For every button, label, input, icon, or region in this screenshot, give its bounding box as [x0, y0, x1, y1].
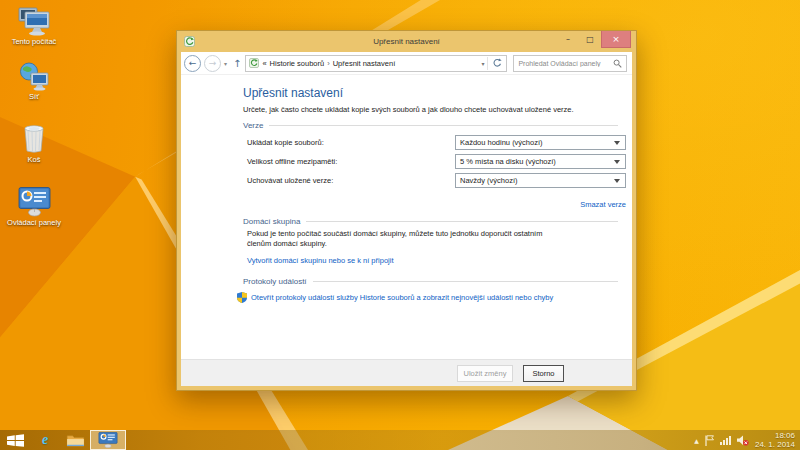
chevron-down-icon [614, 179, 620, 183]
address-bar[interactable]: « Historie souborů › Upřesnit nastavení … [245, 55, 507, 72]
forward-button[interactable]: → [204, 55, 221, 72]
recent-pages-dropdown-icon[interactable]: ▾ [224, 60, 227, 67]
system-tray: ▲ 18:06 24. 1. 2014 [694, 431, 800, 449]
desktop-icon-this-pc[interactable]: Tento počítač [6, 5, 62, 47]
section-versions: Verze [243, 121, 618, 130]
network-icon [6, 60, 62, 91]
setting-row: Velikost offline mezipaměti: 5 % místa n… [243, 152, 626, 171]
offline-cache-select[interactable]: 5 % místa na disku (výchozí) [455, 154, 626, 169]
address-location-icon [249, 58, 259, 68]
setting-label: Ukládat kopie souborů: [243, 138, 455, 147]
desktop-icon-label: Koš [6, 156, 62, 165]
cancel-button[interactable]: Storno [523, 365, 564, 382]
breadcrumb-parent[interactable]: Historie souborů [270, 59, 325, 68]
desktop-icon-recycle-bin[interactable]: Koš [6, 123, 62, 165]
desktop-icon-label: Síť [6, 93, 62, 102]
page-title: Upřesnit nastavení [243, 86, 626, 100]
section-homegroup: Domácí skupina [243, 217, 618, 226]
section-event-logs: Protokoly událostí [243, 277, 618, 286]
create-homegroup-link[interactable]: Vytvořit domácí skupinu nebo se k ní při… [247, 256, 393, 265]
windows-logo-icon [7, 434, 24, 447]
back-button[interactable]: ← [184, 55, 201, 72]
taskbar-clock[interactable]: 18:06 24. 1. 2014 [755, 431, 795, 449]
section-title: Verze [243, 121, 263, 130]
control-panel-icon [98, 432, 118, 448]
save-frequency-select[interactable]: Každou hodinu (výchozí) [455, 135, 626, 150]
desktop-icon-network[interactable]: Síť [6, 60, 62, 102]
close-button[interactable]: × [601, 31, 631, 48]
settings-page: Upřesnit nastavení Určete, jak často chc… [181, 75, 632, 359]
address-dropdown-icon[interactable]: ▾ [478, 60, 487, 67]
recycle-bin-icon [6, 123, 62, 154]
search-icon[interactable] [609, 59, 626, 68]
minimize-button[interactable]: – [557, 31, 579, 48]
setting-row: Uchovávat uložené verze: Navždy (výchozí… [243, 171, 626, 190]
shield-icon [237, 292, 247, 303]
save-changes-button[interactable]: Uložit změny [457, 365, 513, 382]
clock-time: 18:06 [755, 431, 795, 440]
setting-label: Uchovávat uložené verze: [243, 176, 455, 185]
setting-label: Velikost offline mezipaměti: [243, 157, 455, 166]
start-button[interactable] [0, 430, 30, 450]
clock-date: 24. 1. 2014 [755, 440, 795, 449]
homegroup-description: Pokud je tento počítač součástí domácí s… [247, 229, 553, 248]
event-log-row: Otevřít protokoly událostí služby Histor… [237, 292, 626, 303]
breadcrumb-prefix[interactable]: « [262, 59, 266, 68]
taskbar-item-file-explorer[interactable] [60, 430, 90, 450]
show-hidden-icons-icon[interactable]: ▲ [694, 437, 699, 444]
page-intro: Určete, jak často chcete ukládat kopie s… [243, 105, 626, 114]
desktop-icon-label: Ovládací panely [6, 219, 62, 228]
desktop-icon-control-panel[interactable]: Ovládací panely [6, 186, 62, 228]
breadcrumb-separator: › [327, 59, 330, 68]
control-panel-icon [6, 186, 62, 217]
desktop: Tento počítač Síť Koš [0, 0, 800, 450]
selected-value: Každou hodinu (výchozí) [460, 138, 543, 147]
volume-muted-icon[interactable] [737, 435, 749, 446]
section-title: Protokoly událostí [243, 277, 307, 286]
chevron-down-icon [614, 141, 620, 145]
setting-row: Ukládat kopie souborů: Každou hodinu (vý… [243, 133, 626, 152]
desktop-icon-label: Tento počítač [6, 38, 62, 47]
navigation-toolbar: ← → ▾ ↑ « Historie souborů › Upře [181, 52, 632, 75]
maximize-button[interactable]: □ [579, 31, 601, 48]
search-box[interactable] [513, 55, 627, 72]
taskbar-item-control-panel-active[interactable] [90, 430, 126, 450]
internet-explorer-icon: e [42, 432, 48, 448]
window-body: ← → ▾ ↑ « Historie souborů › Upře [181, 52, 632, 386]
taskbar: e [0, 430, 800, 450]
dialog-footer: Uložit změny Storno [181, 359, 632, 386]
up-button[interactable]: ↑ [233, 58, 241, 69]
breadcrumb-current[interactable]: Upřesnit nastavení [333, 59, 396, 68]
titlebar[interactable]: Upřesnit nastavení – □ × [177, 31, 636, 52]
taskbar-item-internet-explorer[interactable]: e [30, 430, 60, 450]
section-title: Domácí skupina [243, 217, 300, 226]
chevron-down-icon [614, 160, 620, 164]
computer-icon [6, 5, 62, 36]
control-panel-window: Upřesnit nastavení – □ × ← → ▾ ↑ [176, 30, 637, 391]
selected-value: Navždy (výchozí) [460, 176, 518, 185]
network-signal-icon[interactable] [720, 436, 731, 445]
open-event-logs-link[interactable]: Otevřít protokoly událostí služby Histor… [251, 293, 553, 302]
keep-versions-select[interactable]: Navždy (výchozí) [455, 173, 626, 188]
delete-versions-link[interactable]: Smazat verze [580, 200, 626, 209]
action-center-flag-icon[interactable] [705, 435, 714, 446]
selected-value: 5 % místa na disku (výchozí) [460, 157, 556, 166]
refresh-icon[interactable] [488, 58, 506, 68]
folder-icon [66, 433, 85, 447]
search-input[interactable] [514, 60, 609, 67]
